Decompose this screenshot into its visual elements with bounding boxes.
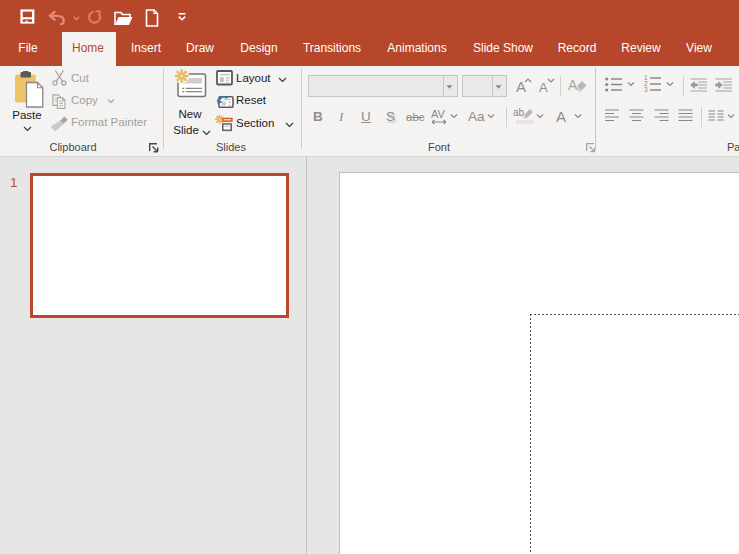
svg-text:3: 3	[644, 86, 648, 93]
svg-text:AV: AV	[431, 109, 446, 120]
svg-text:ab: ab	[513, 107, 525, 118]
svg-text:A: A	[568, 77, 578, 93]
